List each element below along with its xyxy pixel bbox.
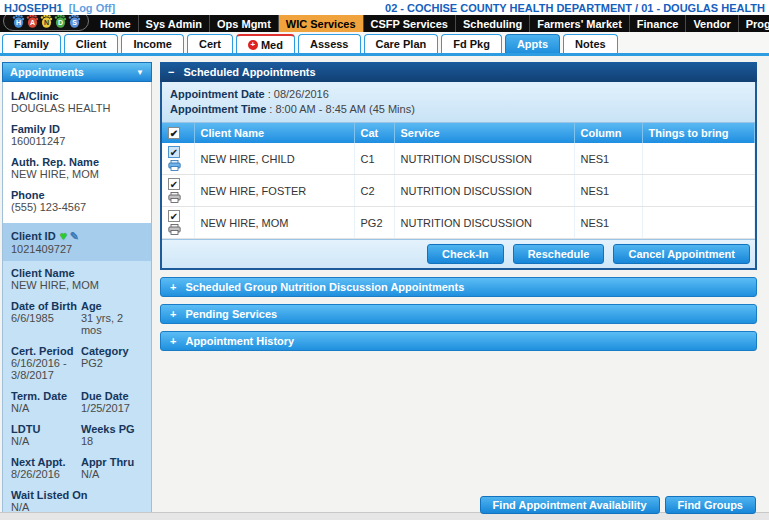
appointment-date-label: Appointment Date — [170, 88, 265, 100]
field-wait-listed: Wait Listed On N/A — [11, 489, 143, 513]
menu-item-program-integrity[interactable]: Program Integrity — [739, 15, 769, 32]
separator: : — [268, 88, 271, 100]
section-title: Scheduled Appointments — [183, 66, 315, 78]
column-header-cat: Cat — [354, 123, 394, 143]
section-pending-services[interactable]: + Pending Services — [160, 304, 757, 324]
field-label: Phone — [11, 189, 143, 201]
field-label: Appr Thru — [81, 456, 143, 468]
tab-fd-pkg-label: Fd Pkg — [453, 38, 490, 50]
menu-item-wic-services[interactable]: WIC Services — [279, 15, 364, 32]
field-phone: Phone (555) 123-4567 — [11, 189, 143, 213]
scheduled-appointments-header[interactable]: − Scheduled Appointments — [160, 62, 757, 82]
expand-icon[interactable]: + — [170, 281, 176, 293]
hand-icon: H — [12, 13, 25, 29]
client-id-label: Client ID — [11, 230, 56, 242]
edit-pencil-icon[interactable]: ✎ — [70, 230, 79, 242]
tab-assess[interactable]: Assess — [298, 34, 361, 53]
sidebar-header[interactable]: Appointments ▼ — [2, 62, 152, 82]
expand-icon[interactable]: + — [170, 308, 176, 320]
tab-notes[interactable]: Notes — [563, 34, 618, 53]
tab-cert[interactable]: Cert — [187, 34, 233, 53]
top-bar: HJOSEPH1 [Log Off] 02 - COCHISE COUNTY H… — [0, 0, 769, 15]
cell-column: NES1 — [574, 207, 642, 239]
row-checkbox[interactable]: ✔ — [168, 178, 180, 190]
module-tab-bar: Family Client Income Cert + Med Assess C… — [0, 32, 769, 53]
tab-appts-label: Appts — [517, 38, 548, 50]
print-icon[interactable] — [168, 192, 181, 203]
find-appointment-availability-button[interactable]: Find Appointment Availability — [480, 496, 660, 514]
column-header-client-name: Client Name — [194, 123, 354, 143]
cell-client-name: NEW HIRE, FOSTER — [194, 175, 354, 207]
field-value: PG2 — [81, 357, 143, 369]
column-header-things-to-bring: Things to bring — [642, 123, 755, 143]
menu-items: Home Sys Admin Ops Mgmt WIC Services CSF… — [93, 15, 769, 32]
field-label: Weeks PG — [81, 423, 143, 435]
field-value: 1/25/2017 — [81, 402, 143, 414]
field-term-date: Term. Date N/A — [11, 390, 81, 414]
appointment-actions: Check-In Reschedule Cancel Appointment — [162, 239, 755, 268]
menu-item-sys-admin[interactable]: Sys Admin — [139, 15, 210, 32]
hand-icon: D — [54, 13, 67, 29]
section-scheduled-group-nutrition[interactable]: + Scheduled Group Nutrition Discussion A… — [160, 277, 757, 297]
log-off-link[interactable]: [Log Off] — [69, 2, 115, 14]
tab-income[interactable]: Income — [121, 34, 184, 53]
table-row: ✔ NEW HIRE, MOM PG2 NUTRITION DISCUSSION… — [162, 207, 755, 239]
tab-care-plan-label: Care Plan — [376, 38, 427, 50]
cell-client-name: NEW HIRE, CHILD — [194, 143, 354, 175]
field-value: 6/6/1985 — [11, 312, 81, 324]
expand-icon[interactable]: + — [170, 335, 176, 347]
menu-item-ops-mgmt[interactable]: Ops Mgmt — [210, 15, 279, 32]
field-value: DOUGLAS HEALTH — [11, 102, 143, 114]
field-row: Date of Birth 6/6/1985 Age 31 yrs, 2 mos — [11, 300, 143, 336]
check-in-button[interactable]: Check-In — [427, 244, 503, 264]
print-icon[interactable] — [168, 160, 181, 171]
field-auth-rep: Auth. Rep. Name NEW HIRE, MOM — [11, 156, 143, 180]
tab-bar-underline — [0, 53, 769, 56]
field-client-name: Client Name NEW HIRE, MOM — [11, 267, 143, 291]
tab-family[interactable]: Family — [2, 34, 61, 53]
username: HJOSEPH1 — [4, 2, 63, 14]
reschedule-button[interactable]: Reschedule — [513, 244, 605, 264]
field-value: NEW HIRE, MOM — [11, 279, 143, 291]
row-checkbox[interactable]: ✔ — [168, 146, 180, 158]
collapse-icon[interactable]: − — [168, 66, 174, 78]
menu-item-vendor[interactable]: Vendor — [686, 15, 738, 32]
select-all-checkbox[interactable]: ✔ — [168, 127, 180, 139]
tab-notes-label: Notes — [575, 38, 606, 50]
field-next-appt: Next Appt. 8/26/2016 — [11, 456, 81, 480]
menu-item-scheduling[interactable]: Scheduling — [456, 15, 530, 32]
tab-med[interactable]: + Med — [236, 34, 295, 53]
cell-column: NES1 — [574, 175, 642, 207]
svg-text:S: S — [72, 19, 77, 26]
tab-fd-pkg[interactable]: Fd Pkg — [441, 34, 502, 53]
menu-item-finance[interactable]: Finance — [630, 15, 687, 32]
cancel-appointment-button[interactable]: Cancel Appointment — [613, 244, 750, 264]
field-value: N/A — [11, 402, 81, 414]
field-label: Next Appt. — [11, 456, 81, 468]
tab-appts[interactable]: Appts — [505, 34, 560, 53]
section-title: Scheduled Group Nutrition Discussion App… — [185, 281, 464, 293]
tab-client[interactable]: Client — [64, 34, 119, 53]
row-checkbox[interactable]: ✔ — [168, 210, 180, 222]
field-client-id: Client ID♥✎ 1021409727 — [3, 223, 151, 261]
tab-assess-label: Assess — [310, 38, 349, 50]
menu-item-csfp-services[interactable]: CSFP Services — [364, 15, 456, 32]
hand-icon: A — [26, 13, 39, 29]
menu-item-farmers-market[interactable]: Farmers' Market — [530, 15, 630, 32]
sidebar-client-info: Client Name NEW HIRE, MOM Date of Birth … — [3, 261, 151, 520]
footer-buttons: Find Appointment Availability Find Group… — [480, 496, 756, 514]
find-groups-button[interactable]: Find Groups — [665, 496, 756, 514]
section-appointment-history[interactable]: + Appointment History — [160, 331, 757, 351]
client-sidebar: Appointments ▼ LA/Clinic DOUGLAS HEALTH … — [2, 62, 152, 520]
column-header-column: Column — [574, 123, 642, 143]
appointment-time-label: Appointment Time — [170, 103, 266, 115]
menu-item-home[interactable]: Home — [93, 15, 139, 32]
field-label: Auth. Rep. Name — [11, 156, 143, 168]
tab-care-plan[interactable]: Care Plan — [364, 34, 439, 53]
field-value: 6/16/2016 - 3/8/2017 — [11, 357, 81, 381]
tab-cert-label: Cert — [199, 38, 221, 50]
print-icon[interactable] — [168, 224, 181, 235]
chevron-down-icon[interactable]: ▼ — [136, 68, 144, 77]
section-title: Appointment History — [185, 335, 294, 347]
field-la-clinic: LA/Clinic DOUGLAS HEALTH — [11, 90, 143, 114]
